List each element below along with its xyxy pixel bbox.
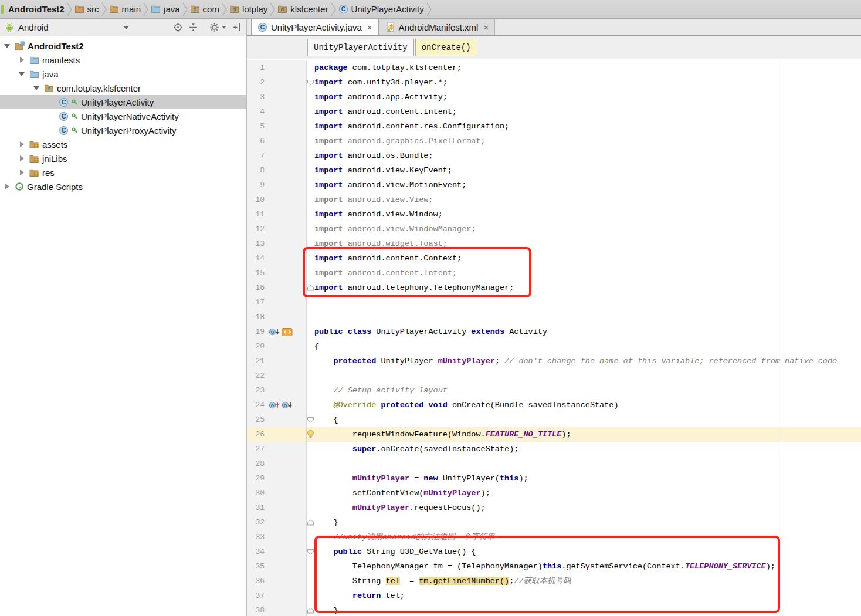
- breadcrumb-method-chip[interactable]: onCreate(): [415, 39, 477, 56]
- collapse-all-icon[interactable]: [188, 22, 198, 32]
- code-line-27[interactable]: 27 super.onCreate(savedInstanceState);: [247, 442, 861, 456]
- expand-arrow-icon[interactable]: [17, 140, 26, 149]
- line-number[interactable]: 1: [247, 63, 265, 72]
- line-number[interactable]: 15: [247, 269, 265, 277]
- line-number[interactable]: 29: [247, 474, 265, 483]
- line-number[interactable]: 24: [247, 401, 265, 409]
- line-number[interactable]: 7: [247, 151, 265, 160]
- line-number[interactable]: 2: [247, 78, 265, 87]
- line-number[interactable]: 16: [247, 283, 265, 292]
- tree-item-manifests[interactable]: manifests: [0, 53, 246, 67]
- line-number[interactable]: 22: [247, 371, 265, 380]
- code-line-28[interactable]: 28: [247, 456, 861, 471]
- android-component-icon[interactable]: [282, 327, 293, 337]
- tree-item-jnilibs[interactable]: jniLibs: [0, 151, 246, 165]
- code-line-2[interactable]: 2import com.unity3d.player.*;: [247, 75, 861, 90]
- code-line-17[interactable]: 17: [247, 295, 861, 310]
- tab-unityplayeractivity-java[interactable]: CUnityPlayerActivity.java×: [251, 19, 379, 35]
- breadcrumb-item-main[interactable]: main: [107, 0, 143, 18]
- code-line-9[interactable]: 9import android.view.MotionEvent;: [247, 178, 861, 192]
- fold-marker-icon[interactable]: [307, 549, 314, 555]
- code-line-10[interactable]: 10import android.view.View;: [247, 192, 861, 207]
- line-number[interactable]: 25: [247, 415, 265, 424]
- line-number[interactable]: 32: [247, 518, 265, 527]
- line-number[interactable]: 34: [247, 547, 265, 556]
- tree-item-com-lotplay-klsfcenter[interactable]: com.lotplay.klsfcenter: [0, 81, 246, 95]
- line-number[interactable]: 19: [247, 327, 265, 336]
- expand-arrow-icon[interactable]: [2, 182, 12, 191]
- breadcrumb-class-chip[interactable]: UnityPlayerActivity: [307, 39, 414, 56]
- locate-file-icon[interactable]: [173, 22, 183, 32]
- fold-marker-icon[interactable]: [307, 608, 314, 614]
- code-line-31[interactable]: 31 mUnityPlayer.requestFocus();: [247, 500, 861, 515]
- code-line-3[interactable]: 3import android.app.Activity;: [247, 90, 861, 104]
- code-line-37[interactable]: 37 return tel;: [247, 588, 861, 603]
- code-line-20[interactable]: 20{: [247, 339, 861, 354]
- tree-item-java[interactable]: java: [0, 67, 246, 81]
- intention-bulb-icon[interactable]: [307, 429, 314, 439]
- code-line-1[interactable]: 1package com.lotplay.klsfcenter;: [247, 60, 861, 75]
- line-number[interactable]: 31: [247, 503, 265, 512]
- code-line-5[interactable]: 5import android.content.res.Configuratio…: [247, 119, 861, 134]
- implementations-down-icon[interactable]: o: [269, 327, 280, 336]
- tree-item-unityplayernativeactivity[interactable]: CUnityPlayerNativeActivity: [0, 109, 246, 123]
- tree-item-gradle-scripts[interactable]: Gradle Scripts: [0, 180, 246, 194]
- close-tab-icon[interactable]: ×: [367, 23, 372, 32]
- code-line-26[interactable]: 26 requestWindowFeature(Window.FEATURE_N…: [247, 427, 861, 442]
- code-line-18[interactable]: 18: [247, 310, 861, 324]
- line-number[interactable]: 10: [247, 195, 265, 204]
- line-number[interactable]: 27: [247, 445, 265, 453]
- line-number[interactable]: 4: [247, 107, 265, 116]
- code-line-36[interactable]: 36 String tel = tm.getLine1Number();//获取…: [247, 574, 861, 588]
- expand-arrow-icon[interactable]: [17, 168, 26, 177]
- code-line-24[interactable]: 24oo @Override protected void onCreate(B…: [247, 398, 861, 412]
- line-number[interactable]: 23: [247, 386, 265, 395]
- expand-arrow-icon[interactable]: [17, 69, 26, 79]
- code-line-13[interactable]: 13import android.widget.Toast;: [247, 236, 861, 251]
- line-number[interactable]: 14: [247, 254, 265, 263]
- overrides-up-icon[interactable]: o: [269, 401, 280, 409]
- line-number[interactable]: 38: [247, 606, 265, 615]
- tree-item-androidtest2[interactable]: AndroidTest2: [0, 39, 246, 53]
- fold-marker-icon[interactable]: [307, 417, 314, 423]
- code-line-12[interactable]: 12import android.view.WindowManager;: [247, 222, 861, 236]
- breadcrumb-item-androidtest2[interactable]: AndroidTest2: [6, 0, 66, 18]
- code-line-25[interactable]: 25 {: [247, 412, 861, 427]
- code-line-6[interactable]: 6import android.graphics.PixelFormat;: [247, 134, 861, 148]
- tree-item-unityplayerproxyactivity[interactable]: CUnityPlayerProxyActivity: [0, 123, 246, 137]
- expand-arrow-icon[interactable]: [17, 55, 26, 65]
- code-line-8[interactable]: 8import android.view.KeyEvent;: [247, 163, 861, 178]
- line-number[interactable]: 18: [247, 313, 265, 321]
- breadcrumb-item-com[interactable]: com: [188, 0, 221, 18]
- view-selector-dropdown[interactable]: Android: [5, 19, 129, 36]
- code-line-33[interactable]: 33 //unity调用android的方法返回一个字符串: [247, 530, 861, 544]
- line-number[interactable]: 9: [247, 181, 265, 189]
- code-line-21[interactable]: 21 protected UnityPlayer mUnityPlayer; /…: [247, 354, 861, 368]
- line-number[interactable]: 36: [247, 577, 265, 585]
- tab-androidmanifest-xml[interactable]: <>AndroidManifest.xml×: [379, 19, 496, 35]
- code-line-7[interactable]: 7import android.os.Bundle;: [247, 148, 861, 163]
- line-number[interactable]: 33: [247, 533, 265, 541]
- code-line-23[interactable]: 23 // Setup activity layout: [247, 383, 861, 398]
- line-number[interactable]: 12: [247, 225, 265, 233]
- code-line-29[interactable]: 29 mUnityPlayer = new UnityPlayer(this);: [247, 471, 861, 486]
- line-number[interactable]: 11: [247, 210, 265, 219]
- tree-item-res[interactable]: res: [0, 165, 246, 180]
- line-number[interactable]: 37: [247, 591, 265, 600]
- gear-icon[interactable]: [209, 22, 219, 32]
- line-number[interactable]: 6: [247, 137, 265, 145]
- line-number[interactable]: 26: [247, 430, 265, 439]
- fold-marker-icon[interactable]: [307, 520, 314, 526]
- expand-arrow-icon[interactable]: [17, 154, 26, 163]
- breadcrumb-item-java[interactable]: java: [149, 0, 182, 18]
- line-number[interactable]: 3: [247, 93, 265, 101]
- line-number[interactable]: 17: [247, 298, 265, 307]
- code-line-16[interactable]: 16import android.telephony.TelephonyMana…: [247, 280, 861, 295]
- code-line-19[interactable]: 19opublic class UnityPlayerActivity exte…: [247, 324, 861, 339]
- line-number[interactable]: 30: [247, 489, 265, 497]
- line-number[interactable]: 13: [247, 239, 265, 248]
- code-line-35[interactable]: 35 TelephonyManager tm = (TelephonyManag…: [247, 559, 861, 574]
- breadcrumb-item-lotplay[interactable]: lotplay: [228, 0, 269, 18]
- close-tab-icon[interactable]: ×: [483, 23, 489, 32]
- expand-arrow-icon[interactable]: [32, 83, 41, 93]
